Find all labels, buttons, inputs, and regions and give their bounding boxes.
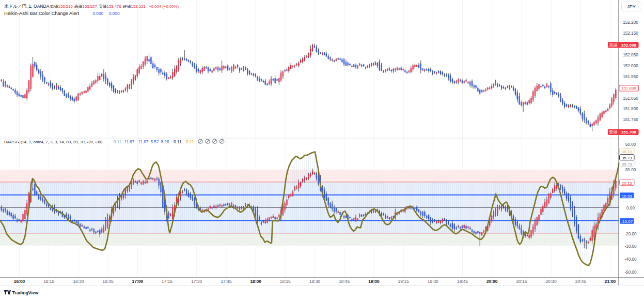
svg-text:18:00: 18:00 — [250, 279, 261, 284]
svg-text:0.00: 0.00 — [626, 206, 635, 211]
svg-text:18:15: 18:15 — [280, 279, 291, 284]
svg-text:20:30: 20:30 — [546, 279, 557, 284]
svg-text:10.03: 10.03 — [622, 194, 633, 199]
svg-text:19:15: 19:15 — [398, 279, 409, 284]
svg-text:19:45: 19:45 — [457, 279, 468, 284]
svg-text:18:30: 18:30 — [309, 279, 320, 284]
svg-text:16:00: 16:00 — [14, 279, 25, 284]
svg-text:JPY: JPY — [627, 4, 636, 9]
svg-text:151.850: 151.850 — [623, 96, 638, 101]
svg-text:152.000: 152.000 — [623, 64, 638, 68]
svg-text:152.050: 152.050 — [623, 53, 638, 57]
svg-text:-40.00: -40.00 — [624, 257, 637, 262]
svg-text:151.700: 151.700 — [621, 130, 636, 134]
svg-text:-20.00: -20.00 — [624, 232, 637, 236]
svg-text:151.750: 151.750 — [623, 117, 638, 122]
svg-text:151.950: 151.950 — [623, 74, 638, 79]
svg-text:-50.00: -50.00 — [624, 270, 637, 275]
svg-text:16:30: 16:30 — [73, 279, 84, 284]
svg-text:HARSI • (14, 1, ohlc4, 7, 3, 3: HARSI • (14, 1, ohlc4, 7, 3, 3, 14, 80, … — [4, 140, 194, 144]
svg-text:安値: 安値 — [609, 130, 618, 134]
svg-text:17:30: 17:30 — [191, 279, 202, 284]
svg-text:152.200: 152.200 — [623, 20, 638, 25]
svg-text:20:45: 20:45 — [575, 279, 586, 284]
svg-text:高値: 高値 — [609, 43, 618, 48]
svg-text:17:00: 17:00 — [132, 279, 144, 284]
svg-text:151.800: 151.800 — [623, 107, 638, 111]
svg-text:-30.00: -30.00 — [624, 244, 637, 249]
svg-text:-10.07: -10.07 — [621, 219, 633, 224]
svg-text:35.73: 35.73 — [622, 150, 633, 154]
svg-text:米ドル／円, 1, OANDA: 米ドル／円, 1, OANDA — [4, 4, 50, 9]
svg-text:20:00: 20:00 — [486, 279, 498, 284]
svg-text:Heikin-Ashi Bar Color Change A: Heikin-Ashi Bar Color Change Alert0.0000… — [4, 11, 120, 16]
svg-text:TradingView: TradingView — [12, 290, 39, 295]
svg-text:17:45: 17:45 — [221, 279, 231, 284]
svg-text:16:15: 16:15 — [43, 279, 54, 284]
svg-text:50.00: 50.00 — [625, 142, 636, 147]
svg-text:20:15: 20:15 — [516, 279, 527, 284]
svg-text:152.150: 152.150 — [623, 31, 638, 36]
svg-text:30.00: 30.00 — [625, 168, 636, 172]
svg-text:17:15: 17:15 — [162, 279, 172, 284]
svg-text:18:45: 18:45 — [339, 279, 350, 284]
svg-text:19:30: 19:30 — [428, 279, 438, 284]
svg-text:151.898: 151.898 — [621, 86, 636, 91]
svg-text:20.15: 20.15 — [622, 181, 633, 186]
svg-text:始値153.516高値153.527安値153.476終値1: 始値153.516高値153.527安値153.476終値153.521+0.0… — [50, 4, 179, 9]
svg-text:19:00: 19:00 — [368, 279, 380, 284]
svg-text:21:00: 21:00 — [605, 279, 616, 284]
svg-text:35.73: 35.73 — [622, 162, 633, 167]
svg-text:35.73: 35.73 — [622, 156, 633, 160]
svg-text:16:45: 16:45 — [103, 279, 114, 284]
svg-text:152.098: 152.098 — [621, 43, 636, 48]
